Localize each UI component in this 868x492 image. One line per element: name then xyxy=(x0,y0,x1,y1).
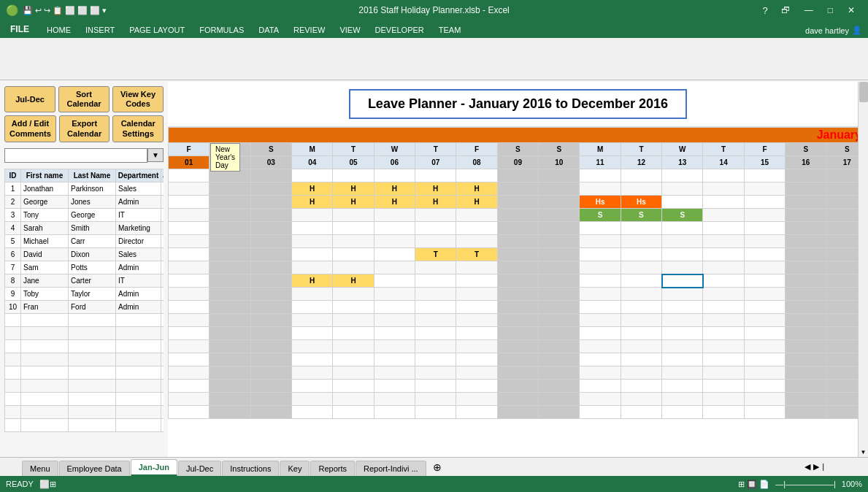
calendar-cell xyxy=(621,182,661,196)
tab-formulas[interactable]: FORMULAS xyxy=(192,22,251,38)
calendar-cell xyxy=(169,169,210,182)
date-cell: 01 xyxy=(169,156,210,169)
col-dept-header: Department xyxy=(116,169,161,182)
calendar-cell xyxy=(169,248,210,261)
calendar-cell xyxy=(250,222,291,235)
calendar-cell xyxy=(497,196,538,209)
help-icon[interactable]: ? xyxy=(757,5,774,16)
sheet-tab-menu[interactable]: Menu xyxy=(22,461,58,476)
tab-page-layout[interactable]: PAGE LAYOUT xyxy=(122,22,192,38)
calendar-cell: Hs xyxy=(621,196,661,209)
add-edit-comments-button[interactable]: Add / Edit Comments xyxy=(4,115,56,142)
employee-calendar-row: HHHHHHsHs xyxy=(169,196,868,209)
calendar-settings-button[interactable]: Calendar Settings xyxy=(112,115,164,142)
calendar-cell xyxy=(169,222,210,235)
calendar-cell xyxy=(662,274,703,288)
tab-review[interactable]: REVIEW xyxy=(286,22,332,38)
sheet-tab-jan-jun[interactable]: Jan-Jun xyxy=(131,459,177,476)
table-row: 1JonathanParkinsonSales025 xyxy=(5,182,164,195)
calendar-cell: H xyxy=(374,196,415,209)
add-sheet-button[interactable]: ⊕ xyxy=(427,458,448,476)
calendar-cell xyxy=(415,209,456,222)
window-controls: ? 🗗 — □ ✕ xyxy=(757,5,862,16)
sheet-tab-instructions[interactable]: Instructions xyxy=(222,461,279,476)
calendar-cell xyxy=(580,169,621,182)
table-row: 4SarahSmithMarketing023 xyxy=(5,221,164,234)
day-header-cell: W xyxy=(662,143,703,156)
scrollbar-down-icon[interactable]: ▼ xyxy=(859,447,868,457)
calendar-cell xyxy=(497,169,538,182)
sheet-tab-employee-data[interactable]: Employee Data xyxy=(59,461,130,476)
tab-developer[interactable]: DEVELOPER xyxy=(368,22,431,38)
col-firstname-header: First name xyxy=(21,169,69,182)
date-cell: 07 xyxy=(415,156,456,169)
calendar-cell xyxy=(662,235,703,248)
employee-calendar-row xyxy=(169,288,868,301)
restore-window-button[interactable]: 🗗 xyxy=(774,5,797,16)
table-row: 9TobyTaylorAdmin228 xyxy=(5,287,164,300)
scrollbar-thumb xyxy=(859,82,868,102)
employee-calendar-row: HH xyxy=(169,274,868,288)
calendar-table-body: JanuaryFSSMTWTFSSMTWTFSS0102030405060708… xyxy=(169,128,868,419)
tab-scroll-right[interactable]: ▶ xyxy=(813,462,819,472)
calendar-panel[interactable]: Leave Planner - January 2016 to December… xyxy=(168,82,868,457)
tab-view[interactable]: VIEW xyxy=(332,22,367,38)
tab-home[interactable]: HOME xyxy=(39,22,78,38)
table-row: 8JaneCarterIT028 xyxy=(5,274,164,287)
col-lastname-header: Last Name xyxy=(69,169,116,182)
username-label: dave hartley xyxy=(805,26,849,35)
sheet-tab-reports[interactable]: Reports xyxy=(310,461,355,476)
worksheet-dropdown[interactable]: Select Worksheet ... xyxy=(4,148,147,163)
title-bar: 🟢 💾 ↩ ↪ 📋 ⬜ ⬜ ⬜ ▾ 2016 Staff Holiday Pla… xyxy=(0,0,868,20)
view-icons[interactable]: ⊞ 🔲 📄 xyxy=(738,480,769,489)
employee-calendar-row xyxy=(169,235,868,248)
tab-insert[interactable]: INSERT xyxy=(78,22,122,38)
calendar-cell xyxy=(250,248,291,261)
table-row-empty xyxy=(5,379,164,392)
zoom-level: 100% xyxy=(842,480,862,488)
jul-dec-button[interactable]: Jul-Dec xyxy=(4,86,55,112)
calendar-cell xyxy=(786,288,826,301)
export-calendar-button[interactable]: Export Calendar xyxy=(59,115,110,142)
tab-data[interactable]: DATA xyxy=(251,22,286,38)
cell-mode-icon: ⬜⊞ xyxy=(39,480,56,489)
calendar-cell xyxy=(210,235,250,248)
calendar-cell: H xyxy=(415,196,456,209)
tab-team[interactable]: TEAM xyxy=(431,22,469,38)
dropdown-arrow-icon[interactable]: ▼ xyxy=(147,148,164,162)
sheet-tab-jul-dec[interactable]: Jul-Dec xyxy=(178,461,221,476)
calendar-cell: T xyxy=(415,248,456,261)
zoom-slider[interactable]: —|——————| xyxy=(775,480,836,488)
view-key-codes-button[interactable]: View Key Codes xyxy=(112,86,164,112)
date-cell: 09 xyxy=(497,156,538,169)
sheet-tab-report-indivi-[interactable]: Report-Indivi ... xyxy=(356,461,426,476)
calendar-cell xyxy=(210,248,250,261)
ribbon-content xyxy=(0,38,868,80)
calendar-cell xyxy=(703,169,744,182)
calendar-cell xyxy=(169,196,210,209)
calendar-cell xyxy=(497,288,538,301)
vertical-scrollbar[interactable]: ▼ xyxy=(858,82,868,457)
col-taken-header: Annual Leave Taken xyxy=(161,169,164,182)
calendar-cell xyxy=(250,209,291,222)
calendar-row-empty xyxy=(169,366,868,380)
employee-calendar-row xyxy=(169,261,868,274)
sheet-tab-key[interactable]: Key xyxy=(280,461,310,476)
table-row: 3TonyGeorgeIT712 xyxy=(5,208,164,221)
minimize-button[interactable]: — xyxy=(797,5,821,16)
calendar-cell xyxy=(539,222,580,235)
sort-calendar-button[interactable]: Sort Calendar xyxy=(58,86,110,112)
day-header-cell: F xyxy=(169,143,210,156)
calendar-cell xyxy=(744,196,785,209)
calendar-cell xyxy=(415,261,456,274)
maximize-button[interactable]: □ xyxy=(821,5,840,16)
calendar-cell xyxy=(415,222,456,235)
tab-scroll-left[interactable]: ◀ xyxy=(804,462,810,472)
calendar-cell xyxy=(539,274,580,288)
calendar-cell xyxy=(456,288,497,301)
date-number-row: 0102030405060708091011121314151617 xyxy=(169,156,868,169)
close-button[interactable]: ✕ xyxy=(840,5,862,16)
calendar-cell xyxy=(539,248,580,261)
day-header-cell: W xyxy=(374,143,415,156)
tab-file[interactable]: FILE xyxy=(0,20,39,38)
